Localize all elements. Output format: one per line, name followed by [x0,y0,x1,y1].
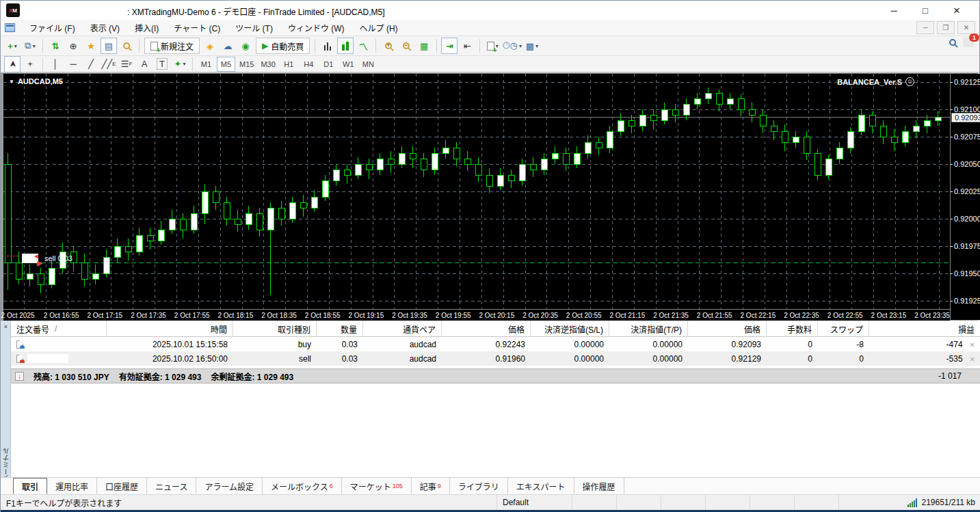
menu-window[interactable]: ウィンドウ (W) [280,20,352,36]
col-commission[interactable]: 手数料 [767,321,818,337]
crosshair-target-icon[interactable]: ⊕ [65,38,81,54]
menu-file[interactable]: ファイル (F) [22,20,83,36]
col-sl[interactable]: 決済逆指値(S/L) [531,321,609,337]
order-row-sell[interactable]: 2025.10.02 16:50:00 sell 0.03 audcad 0.9… [11,351,980,366]
close-button[interactable]: ✕ [941,1,972,20]
col-open-price[interactable]: 価格 [442,321,531,337]
tab-library[interactable]: ライブラリ [450,478,508,494]
tab-news[interactable]: ニュース [147,478,196,494]
minimize-button[interactable]: ─ [878,1,910,20]
time-axis[interactable]: 2 Oct 20252 Oct 16:552 Oct 17:152 Oct 17… [3,309,950,321]
tab-account-history[interactable]: 口座履歴 [97,478,147,494]
tab-experts[interactable]: エキスパート [508,478,574,494]
notifications-icon[interactable]: 1 [963,38,974,47]
menu-view[interactable]: 表示 (V) [83,20,127,36]
candlestick-mode-icon[interactable] [337,38,354,54]
indicator-arrow-icon[interactable]: ◈ [202,38,218,54]
vertical-line-tool-icon[interactable]: │ [47,56,64,72]
indicators-list-button[interactable]: ▾ [484,38,501,54]
line-chart-mode-icon[interactable]: 〽 [355,38,371,54]
balance-row[interactable]: ↓ 残高: 1 030 510 JPY 有効証拠金: 1 029 493 余剰証… [11,368,980,383]
auto-scroll-icon[interactable]: ⇥ [441,38,458,54]
col-price[interactable]: 価格 [688,321,767,337]
zoom-out-icon[interactable]: − [398,38,414,54]
timeframe-h1[interactable]: H1 [280,57,298,72]
col-time[interactable]: 時間 [107,321,233,337]
templates-button[interactable]: ▩▾ [524,38,540,54]
col-type[interactable]: 取引種別 [233,321,317,337]
col-order[interactable]: 注文番号/ [11,321,107,337]
timeframe-d1[interactable]: D1 [319,57,338,72]
connection-bars-icon [908,498,917,507]
timeframe-m30[interactable]: M30 [258,57,278,72]
status-profile[interactable]: Default [497,495,572,511]
new-chart-button[interactable]: +▾ [4,38,21,54]
tick-chart-icon[interactable]: ⇅ [47,38,64,54]
community-icon[interactable]: ☁ [220,38,236,54]
candlestick-chart[interactable]: ▼ AUDCAD,M5 BALANCEA_Ver.S ☺ ◄ ► sell 0.… [3,74,950,309]
data-window-button[interactable] [118,38,135,54]
tab-journal[interactable]: 操作履歴 [574,478,624,494]
timeframe-h4[interactable]: H4 [300,57,318,72]
col-tp[interactable]: 決済指値(T/P) [609,321,688,337]
timeframe-m1[interactable]: M1 [197,57,215,72]
market-watch-button[interactable]: ▤ [101,38,117,54]
tab-trade[interactable]: 取引 [13,478,47,494]
close-position-icon[interactable]: ✕ [970,355,975,363]
text-tool-icon[interactable]: A [136,56,153,72]
trendline-tool-icon[interactable]: ╱ [83,56,99,72]
equidistant-channel-tool-icon[interactable]: ╱╱E [101,56,117,72]
chart-minimize-button[interactable]: ─ [916,21,934,34]
menu-charts[interactable]: チャート (C) [166,20,228,36]
signals-icon[interactable]: ◉ [237,38,254,54]
timeframe-mn[interactable]: MN [359,57,378,72]
time-tick-label: 2 Oct 18:15 [217,312,253,319]
periods-clock-button[interactable]: 🕒︎◷▾ [502,38,522,54]
profiles-button[interactable]: ⧉▾ [22,38,38,54]
timeframe-m5[interactable]: M5 [217,57,235,72]
time-tick-label: 2 Oct 22:55 [827,312,863,319]
ea-smiley-icon[interactable]: ☺ [905,77,914,86]
menu-insert[interactable]: 挿入(I) [127,20,166,36]
terminal-close-icon[interactable]: × [2,323,10,330]
chart-window-icon[interactable] [5,23,15,32]
tab-market[interactable]: マーケット105 [342,478,412,494]
col-profit[interactable]: 損益 [869,321,980,337]
horizontal-line-tool-icon[interactable]: ─ [65,56,81,72]
floating-profit-total: -1 017 [938,371,962,381]
price-axis[interactable]: 0.92093 0.921250.921000.920750.920500.92… [950,74,980,320]
tile-windows-icon[interactable]: ▦ [416,38,432,54]
free-margin-value: 余剰証拠金: 1 029 493 [211,370,293,382]
arrows-tool-button[interactable]: ✦▾ [172,56,188,72]
close-position-icon[interactable]: ✕ [970,341,975,349]
chevron-down-icon[interactable]: ▼ [9,79,14,85]
fibonacci-tool-icon[interactable]: ☰F [118,56,135,72]
autotrading-button[interactable]: ▶ 自動売買 [256,38,310,54]
text-label-tool-icon[interactable]: T [154,56,170,72]
balance-value: 残高: 1 030 510 JPY [34,370,109,382]
status-connection[interactable]: 219651/211 kb [839,495,980,511]
new-order-button[interactable]: 新規注文 [144,38,200,54]
timeframe-m15[interactable]: M15 [237,57,256,72]
tab-alerts[interactable]: アラーム設定 [196,478,263,494]
chart-close-button[interactable]: ✕ [957,21,975,34]
tab-exposure[interactable]: 運用比率 [47,478,97,494]
maximize-button[interactable]: □ [910,1,941,20]
tab-mailbox[interactable]: メールボックス6 [263,478,342,494]
favorites-star-icon[interactable]: ★ [83,38,99,54]
chart-restore-button[interactable]: ❒ [937,21,955,34]
crosshair-tool-icon[interactable]: + [22,56,38,72]
cursor-tool-icon[interactable]: ➤ [4,56,21,72]
col-swap[interactable]: スワップ [818,321,869,337]
bar-chart-mode-icon[interactable] [319,38,336,54]
chart-shift-icon[interactable]: ⇤ [459,38,475,54]
col-symbol[interactable]: 通貨ペア [363,321,442,337]
col-volume[interactable]: 数量 [317,321,363,337]
timeframe-w1[interactable]: W1 [339,57,358,72]
tab-articles[interactable]: 記事9 [412,478,450,494]
zoom-in-icon[interactable]: + [380,38,397,54]
menu-help[interactable]: ヘルプ (H) [352,20,406,36]
order-row-buy[interactable]: 2025.10.01 15:15:58 buy 0.03 audcad 0.92… [11,337,980,351]
menu-tools[interactable]: ツール (T) [228,20,280,36]
search-icon[interactable] [949,39,956,46]
